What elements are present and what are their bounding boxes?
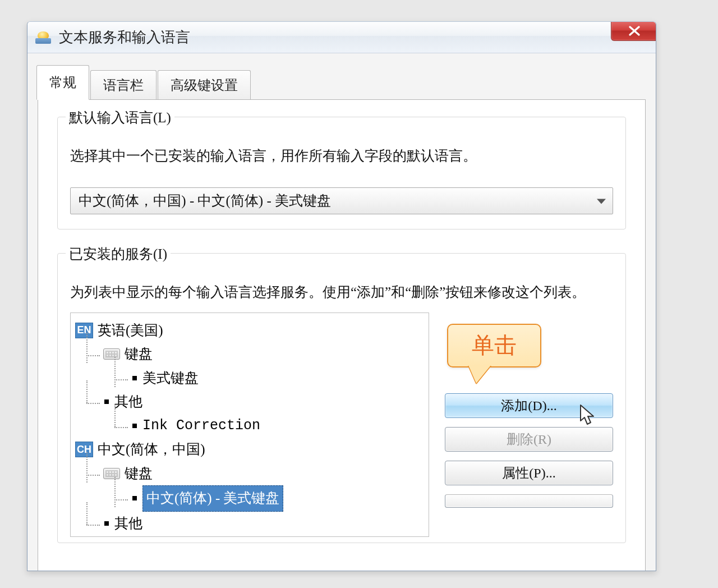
default-language-dropdown[interactable]: 中文(简体，中国) - 中文(简体) - 美式键盘 — [70, 187, 613, 214]
tree-item-ink-correction[interactable]: Ink Correction — [75, 414, 424, 438]
tree-group-keyboard-en[interactable]: 键盘 — [75, 342, 424, 366]
cursor-icon — [579, 404, 598, 426]
partial-button[interactable] — [445, 494, 613, 508]
tree-group-other-ch[interactable]: 其他 — [75, 512, 424, 536]
bullet-icon — [104, 399, 109, 404]
tab-language-bar[interactable]: 语言栏 — [90, 70, 157, 100]
add-button[interactable]: 添加(D)... — [445, 393, 613, 418]
lang-badge-en: EN — [75, 323, 93, 338]
tree-item-chinese[interactable]: CH 中文(简体，中国) — [75, 438, 424, 462]
default-input-language-legend: 默认输入语言(L) — [66, 108, 174, 127]
client-area: 常规 语言栏 高级键设置 默认输入语言(L) 选择其中一个已安装的输入语言，用作… — [27, 53, 656, 571]
click-callout: 单击 — [447, 324, 541, 368]
installed-services-legend: 已安装的服务(I) — [66, 245, 171, 263]
tree-item-chinese-us-keyboard-selected[interactable]: 中文(简体) - 美式键盘 — [75, 485, 424, 512]
default-input-language-desc: 选择其中一个已安装的输入语言，用作所有输入字段的默认语言。 — [70, 145, 613, 167]
keyboard-icon — [103, 348, 120, 360]
bullet-icon — [132, 376, 137, 380]
default-language-selected: 中文(简体，中国) - 中文(简体) - 美式键盘 — [79, 191, 331, 210]
tabpanel-general: 默认输入语言(L) 选择其中一个已安装的输入语言，用作所有输入字段的默认语言。 … — [38, 99, 646, 571]
installed-services-desc: 为列表中显示的每个输入语言选择服务。使用“添加”和“删除”按钮来修改这个列表。 — [70, 282, 613, 304]
keyboard-icon — [103, 468, 120, 479]
installed-services-group: 已安装的服务(I) 为列表中显示的每个输入语言选择服务。使用“添加”和“删除”按… — [57, 253, 626, 543]
remove-button[interactable]: 删除(R) — [445, 427, 613, 452]
default-input-language-group: 默认输入语言(L) 选择其中一个已安装的输入语言，用作所有输入字段的默认语言。 … — [57, 117, 626, 229]
tab-advanced-key[interactable]: 高级键设置 — [158, 70, 251, 100]
services-button-column: 单击 添加(D)... 删除(R) — [445, 313, 613, 537]
dialog-window: 文本服务和输入语言 常规 语言栏 高级键设置 默认输入语言(L) 选择其中一个已… — [27, 21, 656, 571]
tree-item-us-keyboard[interactable]: 美式键盘 — [75, 366, 424, 391]
bullet-icon — [132, 424, 137, 428]
callout-tail-icon — [468, 365, 491, 383]
tabs: 常规 语言栏 高级键设置 — [36, 65, 646, 99]
lang-badge-ch: CH — [75, 442, 93, 457]
callout-text: 单击 — [472, 330, 517, 361]
tree-group-keyboard-ch[interactable]: 键盘 — [75, 462, 424, 486]
bullet-icon — [104, 521, 109, 526]
close-button[interactable] — [611, 21, 656, 41]
bullet-icon — [132, 496, 137, 500]
window-title: 文本服务和输入语言 — [59, 27, 190, 47]
app-icon — [35, 31, 51, 44]
language-services-tree[interactable]: EN 英语(美国) 键盘 — [70, 313, 429, 537]
tree-group-other-en[interactable]: 其他 — [75, 390, 424, 414]
tree-item-english[interactable]: EN 英语(美国) — [75, 319, 424, 343]
chevron-down-icon — [597, 199, 606, 204]
tab-general[interactable]: 常规 — [36, 65, 89, 100]
properties-button[interactable]: 属性(P)... — [445, 461, 613, 485]
close-icon — [627, 25, 642, 36]
titlebar: 文本服务和输入语言 — [27, 22, 656, 53]
